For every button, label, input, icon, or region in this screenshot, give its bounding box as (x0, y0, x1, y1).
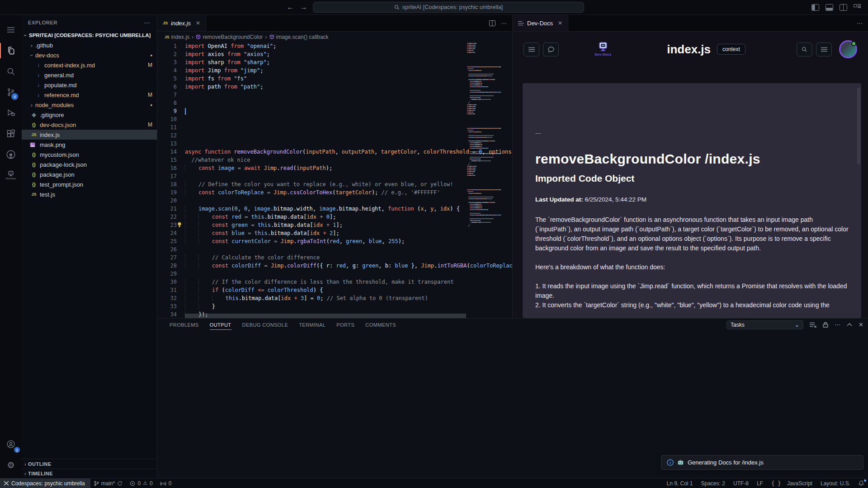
warnings-icon: ⚠ (143, 480, 147, 486)
tree-item-package-json[interactable]: {}package.json (22, 169, 157, 179)
tree-item-mycustom-json[interactable]: {}mycustom.json (22, 150, 157, 160)
remote-indicator[interactable]: Codespaces: psychic umbrella (0, 479, 90, 488)
sync-icon (117, 481, 123, 486)
tab-index-js[interactable]: JS index.js ✕ (157, 15, 206, 31)
explorer-more-icon[interactable]: ⋯ (144, 19, 151, 26)
code-line: 5import fs from "fs" (157, 75, 512, 83)
chevron-icon: › (28, 42, 35, 49)
devdocs-menu-button[interactable] (524, 42, 539, 56)
encoding[interactable]: UTF-8 (729, 479, 753, 488)
account-badge: 1 (14, 447, 20, 453)
tree-item-mask-png[interactable]: mask.png (22, 140, 157, 150)
toggle-panel-icon[interactable] (826, 4, 833, 11)
nav-forward-icon[interactable]: → (300, 3, 307, 11)
github-activity-icon[interactable] (0, 144, 22, 165)
avatar[interactable] (839, 40, 857, 58)
tree-item-dev-docs[interactable]: ›dev-docs● (22, 50, 157, 60)
panel-tab-problems[interactable]: PROBLEMS (170, 319, 199, 331)
sidebar-section-timeline[interactable]: ›TIMELINE (22, 469, 157, 478)
notifications-bell[interactable] (854, 479, 868, 488)
tree-item--gitignore[interactable]: ◆.gitignore (22, 110, 157, 120)
eol[interactable]: LF (753, 479, 767, 488)
branch-indicator[interactable]: main* (90, 479, 127, 488)
sidebar-sections: ›OUTLINE›TIMELINE (22, 459, 157, 478)
minimap[interactable] (467, 42, 512, 318)
explorer-activity-icon[interactable] (0, 40, 22, 61)
tree-item-reference-md[interactable]: ↓reference.mdM (22, 90, 157, 100)
doc-scrollbar[interactable] (857, 88, 860, 164)
editor-tab-bar: JS index.js ✕ ⋯ (157, 15, 512, 32)
devdocs-activity-icon[interactable]: Dev-Docs (0, 165, 22, 186)
sidebar-section-outline[interactable]: ›OUTLINE (22, 459, 157, 469)
tree-item-test-prompt-json[interactable]: {}test_prompt.json (22, 179, 157, 189)
tree-item-populate-md[interactable]: ↓populate.md (22, 80, 157, 90)
tree-item-dev-docs-json[interactable]: {}dev-docs.jsonM (22, 120, 157, 130)
run-debug-activity-icon[interactable] (0, 103, 22, 123)
output-channel-select[interactable]: Tasks ⌄ (726, 320, 803, 329)
panel-tab-comments[interactable]: COMMENTS (365, 319, 396, 331)
code-line: 18 // Define the color you want to repla… (157, 180, 512, 188)
tree-item-node-modules[interactable]: ›node_modules● (22, 100, 157, 110)
clear-output-icon[interactable] (810, 322, 816, 328)
chevron-down-icon: ⌄ (795, 322, 799, 328)
cursor-position[interactable]: Ln 9, Col 1 (662, 479, 697, 488)
language-mode[interactable]: { } JavaScript (767, 479, 816, 488)
lock-icon[interactable] (823, 322, 828, 328)
panel-tab-debug-console[interactable]: DEBUG CONSOLE (242, 319, 288, 331)
account-icon[interactable]: 1 (0, 434, 22, 455)
tab-close-icon[interactable]: ✕ (558, 20, 562, 26)
search-activity-icon[interactable] (0, 61, 22, 82)
tree-root[interactable]: ›SPRITEAI [CODESPACES: PSYCHIC UMBRELLA] (22, 30, 157, 40)
breadcrumb-item[interactable]: JSindex.js (165, 34, 189, 40)
tab-close-icon[interactable]: ✕ (196, 20, 200, 26)
devdocs-logo-label: Dev-Docs (595, 52, 612, 56)
context-badge[interactable]: context (717, 44, 745, 55)
file-label: mask.png (40, 141, 65, 148)
lightbulb-icon[interactable] (177, 222, 182, 228)
maximize-panel-icon[interactable] (847, 323, 852, 326)
code-editor[interactable]: 1import OpenAI from "openai";2import axi… (157, 42, 512, 318)
tree-item-test-js[interactable]: JStest.js (22, 189, 157, 199)
notification-toast[interactable]: Generating Docs for /index.js (661, 455, 863, 470)
problems-indicator[interactable]: 0 ⚠ 0 (126, 479, 156, 488)
breadcrumb-item[interactable]: removeBackgroundColor (196, 34, 263, 40)
editor-more-icon[interactable]: ⋯ (501, 20, 507, 27)
vscode-window: ← → spriteAI [Codespaces: psychic umbrel… (0, 0, 868, 488)
modified-badge: M (144, 62, 152, 68)
close-panel-icon[interactable]: ✕ (859, 321, 863, 328)
md-file-icon: ↓ (34, 62, 42, 68)
tree-item-package-lock-json[interactable]: {}package-lock.json (22, 160, 157, 169)
panel-more-icon[interactable]: ⋯ (835, 321, 840, 328)
breadcrumb[interactable]: JSindex.js›removeBackgroundColor›image.s… (157, 32, 512, 42)
tree-item-index-js[interactable]: JSindex.js (22, 130, 157, 140)
split-editor-icon[interactable] (489, 20, 495, 26)
devdocs-list-button[interactable] (816, 42, 832, 56)
devdocs-chat-button[interactable] (543, 42, 559, 56)
nav-back-icon[interactable]: ← (287, 3, 294, 11)
toggle-sidebar-icon[interactable] (811, 4, 819, 11)
code-line: 22 const red = this.bitmap.data[idx + 0]… (157, 213, 512, 221)
command-center-search[interactable]: spriteAI [Codespaces: psychic umbrella] (313, 2, 584, 13)
settings-gear-icon[interactable]: ⚙ (0, 455, 22, 475)
panel-tab-ports[interactable]: PORTS (336, 319, 354, 331)
customize-layout-icon[interactable] (854, 4, 861, 11)
toggle-secondary-sidebar-icon[interactable] (840, 4, 847, 11)
tree-item-general-md[interactable]: ↓general.md (22, 70, 157, 80)
devdocs-search-button[interactable] (797, 42, 812, 56)
indentation[interactable]: Spaces: 2 (697, 479, 729, 488)
extensions-activity-icon[interactable] (0, 123, 22, 144)
breadcrumb-item[interactable]: image.scan() callback (269, 34, 329, 40)
file-label: context-index.js.md (44, 62, 95, 69)
panel-tab-output[interactable]: OUTPUT (210, 319, 231, 331)
panel-tab-terminal[interactable]: TERMINAL (299, 319, 326, 331)
log-icon (518, 21, 524, 26)
keyboard-layout[interactable]: Layout: U.S. (816, 479, 854, 488)
ports-indicator[interactable]: 0 (156, 479, 175, 488)
tab-devdocs[interactable]: Dev-Docs ✕ (513, 15, 568, 31)
devdocs-more-icon[interactable]: ⋯ (857, 20, 863, 27)
tree-item--github[interactable]: ›.github (22, 40, 157, 50)
horizontal-scrollbar[interactable] (185, 314, 466, 318)
source-control-activity-icon[interactable]: 4 (0, 82, 22, 103)
tree-item-context-index-js-md[interactable]: ↓context-index.js.mdM (22, 60, 157, 70)
menu-icon[interactable] (0, 19, 22, 40)
